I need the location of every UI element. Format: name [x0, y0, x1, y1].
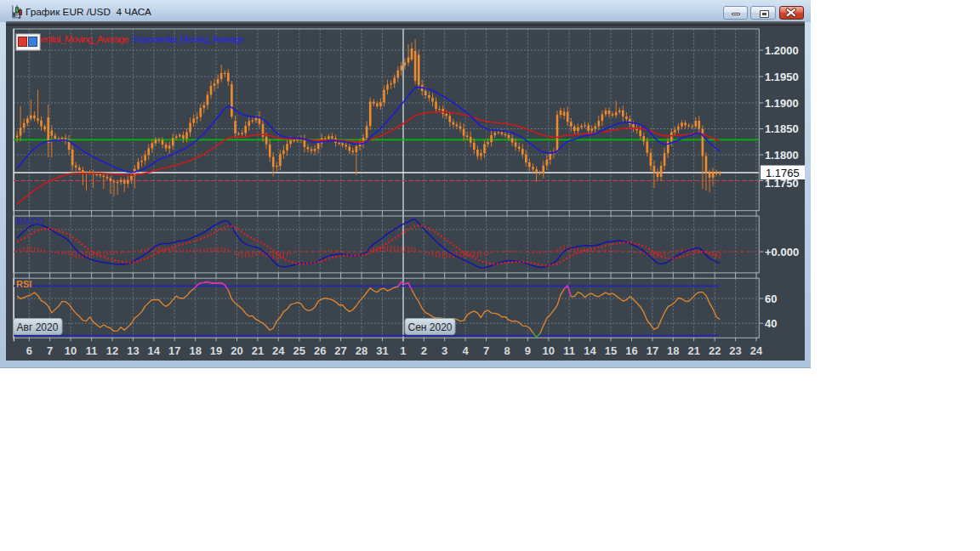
svg-text:8: 8 [504, 344, 510, 357]
svg-text:7: 7 [47, 344, 53, 357]
svg-text:17: 17 [647, 344, 658, 357]
svg-text:RSI: RSI [16, 279, 31, 289]
svg-text:60: 60 [765, 293, 777, 305]
svg-text:26: 26 [314, 344, 326, 357]
svg-text:27: 27 [334, 344, 346, 357]
svg-text:28: 28 [356, 344, 368, 357]
svg-text:4: 4 [462, 344, 469, 357]
svg-text:1.1850: 1.1850 [765, 122, 799, 135]
svg-text:17: 17 [168, 344, 180, 357]
svg-text:25: 25 [293, 344, 305, 357]
svg-text:16: 16 [625, 344, 637, 357]
svg-text:1: 1 [400, 344, 406, 357]
svg-text:ential_Moving_Average: ential_Moving_Average [41, 34, 129, 44]
svg-text:11: 11 [563, 344, 575, 357]
svg-text:18: 18 [189, 344, 201, 357]
svg-text:1.1800: 1.1800 [765, 149, 799, 162]
svg-text:13: 13 [127, 344, 139, 357]
svg-text:22: 22 [709, 344, 721, 357]
svg-text:21: 21 [252, 344, 264, 357]
svg-text:Сен 2020: Сен 2020 [408, 321, 453, 333]
svg-text:+0.000: +0.000 [765, 246, 799, 258]
svg-text:1.2000: 1.2000 [765, 44, 799, 57]
svg-text:1.1900: 1.1900 [765, 97, 799, 110]
svg-text:24: 24 [750, 344, 763, 357]
svg-text:График EUR /USD 4 ЧАСА: График EUR /USD 4 ЧАСА [26, 6, 151, 18]
svg-text:10: 10 [65, 344, 77, 357]
svg-text:3: 3 [442, 344, 447, 357]
svg-text:15: 15 [605, 344, 617, 357]
svg-text:40: 40 [765, 317, 777, 330]
svg-text:Exponential_Moving_Average: Exponential_Moving_Average [133, 34, 244, 44]
svg-text:Авг 2020: Авг 2020 [17, 321, 59, 333]
svg-text:6: 6 [26, 344, 32, 357]
svg-text:1.1765: 1.1765 [766, 167, 800, 179]
svg-text:18: 18 [667, 344, 679, 357]
svg-text:20: 20 [231, 344, 242, 357]
svg-text:7: 7 [483, 344, 489, 357]
svg-text:19: 19 [210, 344, 222, 357]
svg-text:23: 23 [729, 344, 741, 357]
svg-text:2: 2 [421, 344, 427, 357]
svg-text:1.1950: 1.1950 [765, 71, 799, 83]
svg-text:12: 12 [106, 344, 118, 357]
svg-text:21: 21 [687, 344, 699, 357]
svg-text:11: 11 [86, 344, 98, 357]
svg-text:10: 10 [543, 344, 555, 357]
svg-text:MACD: MACD [16, 216, 44, 226]
svg-text:24: 24 [272, 344, 285, 357]
svg-text:14: 14 [148, 344, 161, 357]
svg-text:31: 31 [376, 344, 388, 357]
svg-text:9: 9 [525, 344, 531, 357]
svg-text:14: 14 [584, 344, 596, 357]
